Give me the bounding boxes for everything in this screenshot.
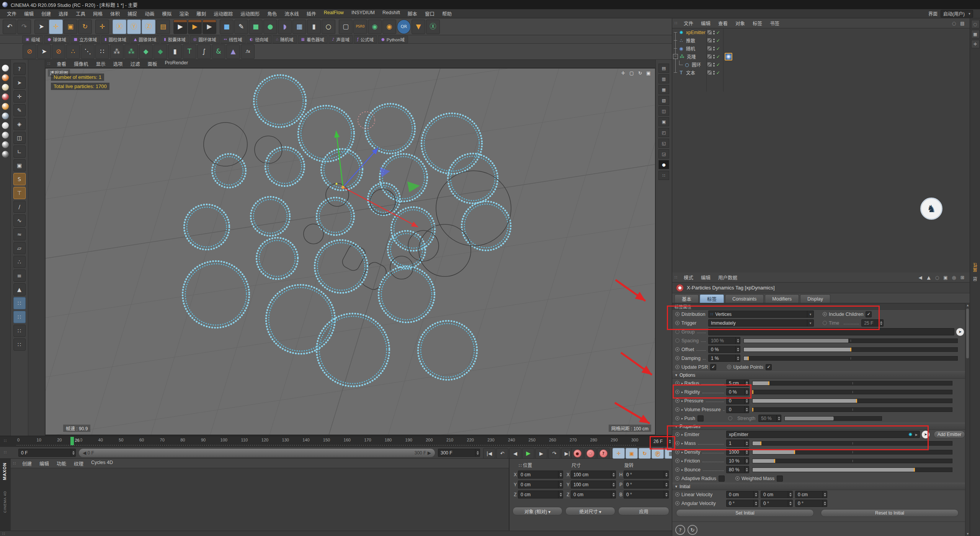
field-Friction[interactable]: 10 % xyxy=(726,457,749,464)
enabled-check-icon[interactable]: ✓ xyxy=(716,30,720,35)
edge-move-icon[interactable]: ✛ xyxy=(971,40,980,48)
field-chip-线性域[interactable]: ↔线性域 xyxy=(220,36,246,43)
maximize-button[interactable] xyxy=(946,0,963,9)
grid-dots-icon[interactable]: ∷ xyxy=(95,44,109,59)
value-spinner[interactable] xyxy=(822,500,827,507)
sphere-slash-icon[interactable]: ⊘ xyxy=(52,44,65,59)
move-mini-icon[interactable]: ✛ xyxy=(13,90,26,103)
material-shelf-icon[interactable]: ▢ xyxy=(339,20,353,34)
value-spinner[interactable] xyxy=(744,458,749,464)
animation-dot-icon[interactable] xyxy=(823,321,827,325)
value-spinner[interactable] xyxy=(744,440,749,446)
field-chip-声音域[interactable]: ♪声音域 xyxy=(328,36,353,43)
view-layout-3-icon[interactable]: ▦ xyxy=(658,85,669,94)
visibility-dots-icon[interactable] xyxy=(713,62,715,67)
rotate-view-icon[interactable]: ↻ xyxy=(636,70,644,77)
history-back-icon[interactable]: ◀ xyxy=(916,275,924,280)
help-tool-icon[interactable]: ? xyxy=(13,63,26,75)
drop-to-floor-icon[interactable]: ▼ xyxy=(412,20,425,34)
asset-gray-1-icon[interactable] xyxy=(2,122,9,129)
matrix-c-icon[interactable]: ∷ xyxy=(13,325,26,337)
expand-arrow-icon[interactable]: ▸ xyxy=(681,441,683,445)
record-scale-toggle[interactable]: ▣ xyxy=(626,448,638,459)
menu-item[interactable]: INSYDIUM xyxy=(348,10,379,17)
coord-field-旋转-B[interactable]: 0 ° xyxy=(624,490,669,498)
asset-spiral-icon[interactable] xyxy=(2,103,9,110)
material-menu-item[interactable]: 纹理 xyxy=(70,460,87,467)
object-toggles[interactable]: ✓ xyxy=(707,70,723,75)
menu-item[interactable]: 创建 xyxy=(38,10,55,17)
previous-key-button[interactable]: ↶ xyxy=(496,448,508,459)
polygons-mode-icon[interactable]: ▲ xyxy=(13,283,26,296)
expand-arrow-icon[interactable]: ▸ xyxy=(681,381,683,385)
field-Linear Velocity-1[interactable]: 0 cm xyxy=(761,491,793,498)
x-axis-lock-icon[interactable]: Ⓧ xyxy=(113,20,126,34)
script-amp-icon[interactable]: & xyxy=(212,44,225,59)
edge-search-icon[interactable]: ◌ xyxy=(971,20,980,28)
material-menu-item[interactable]: Cycles 4D xyxy=(87,460,117,467)
field-Linear Velocity-2[interactable]: 0 cm xyxy=(795,491,827,498)
value-spinner[interactable] xyxy=(744,406,749,413)
checkbox-Weighted Mass[interactable] xyxy=(777,476,783,482)
move-tool-icon[interactable]: ✛ xyxy=(49,20,63,34)
animation-dot-icon[interactable] xyxy=(675,441,679,445)
menu-item[interactable]: 体积 xyxy=(106,10,124,17)
field-chip-圆锥体域[interactable]: ▲圆锥体域 xyxy=(131,36,160,43)
visibility-dots-icon[interactable] xyxy=(713,54,715,59)
expand-arrow-icon[interactable]: ▸ xyxy=(681,399,683,403)
param-slider[interactable] xyxy=(752,390,952,394)
add-emitter-button[interactable]: Add Emitter xyxy=(934,431,965,438)
record-options-button[interactable]: ? xyxy=(597,448,609,459)
menu-item[interactable]: 流水线 xyxy=(281,10,303,17)
rotate-tool-icon[interactable]: ↻ xyxy=(78,20,92,34)
menu-item[interactable]: 渲染 xyxy=(175,10,193,17)
view-layout-10-icon[interactable]: ∷ xyxy=(658,171,669,180)
material-manager[interactable]: ∷ 创建编辑功能纹理Cycles 4D xyxy=(11,459,509,531)
panel-tab-属性[interactable]: 属性 xyxy=(972,263,978,272)
asset-gray-2-icon[interactable] xyxy=(2,132,9,139)
smooth-tool-icon[interactable]: ≈ xyxy=(13,228,26,240)
view-layout-6-icon[interactable]: ▣ xyxy=(658,117,669,126)
coord-field-尺寸-Z[interactable]: 0 cm xyxy=(571,490,616,498)
axis-tool-icon[interactable]: ∟ xyxy=(13,145,26,158)
animation-dot-icon[interactable] xyxy=(675,365,679,369)
asset-gray-3-icon[interactable] xyxy=(2,141,9,148)
layer-square-icon[interactable] xyxy=(707,70,712,75)
menu-item[interactable]: 脚本 xyxy=(404,10,421,17)
coord-size-dropdown[interactable]: 绝对尺寸 ▾ xyxy=(565,507,615,515)
asset-cube-icon[interactable] xyxy=(2,113,9,119)
render-region-icon[interactable]: ● xyxy=(658,160,669,169)
coord-spinner[interactable] xyxy=(558,481,563,488)
emitter-menu-icon[interactable]: ▸ xyxy=(913,432,920,437)
last-used-tool-icon[interactable]: ✛ xyxy=(95,20,109,34)
menu-item[interactable]: 运动跟踪 xyxy=(210,10,237,17)
object-toggles[interactable]: ✓ xyxy=(707,62,723,67)
xp-disable-emitter-icon[interactable]: ⊘ xyxy=(23,44,36,59)
target-icon[interactable]: ◎ xyxy=(950,275,958,280)
xp-dynamics-tag-icon[interactable] xyxy=(725,53,732,60)
autokey-button[interactable]: ◌ xyxy=(584,448,596,459)
push-checkbox[interactable] xyxy=(697,415,704,422)
enabled-check-icon[interactable]: ✓ xyxy=(716,38,720,43)
param-slider[interactable] xyxy=(743,356,958,361)
menu-item[interactable]: RealFlow xyxy=(320,10,348,17)
field-Damping[interactable]: 1 % xyxy=(708,355,740,362)
menu-item[interactable]: 文件 xyxy=(3,10,20,17)
coord-field-尺寸-Y[interactable]: 100 cm xyxy=(571,480,616,489)
enabled-check-icon[interactable]: ✓ xyxy=(716,70,720,75)
material-menu-item[interactable]: 创建 xyxy=(18,460,36,467)
object-row-克隆[interactable]: −⁂克隆✓ xyxy=(672,52,970,60)
panel-tab-层[interactable]: 层 xyxy=(972,276,978,281)
play-button[interactable]: ▶ xyxy=(522,448,534,459)
current-frame-field[interactable]: 26 F xyxy=(651,437,672,445)
history-forward-icon[interactable]: ▲ xyxy=(924,275,933,280)
value-spinner[interactable] xyxy=(753,491,758,498)
interface-dropdown[interactable]: 启动(用户)▾ xyxy=(941,10,973,18)
viewport-menu-item[interactable]: 查看 xyxy=(53,60,70,67)
coord-field-位置-X[interactable]: 0 cm xyxy=(518,471,563,479)
record-position-toggle[interactable]: ✛ xyxy=(612,448,625,459)
material-grip[interactable]: ∷ xyxy=(11,461,18,466)
pan-view-icon[interactable]: ✛ xyxy=(619,70,627,77)
edges-mode-icon[interactable]: ≡ xyxy=(13,270,26,282)
go-to-start-button[interactable]: |◀ xyxy=(483,448,495,459)
